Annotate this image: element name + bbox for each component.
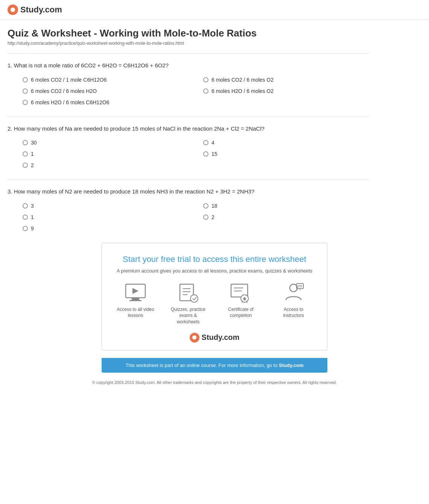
question-3-number: 3.: [8, 188, 14, 195]
promo-features: Access to all video lessons Quizzes, pra…: [110, 283, 319, 325]
svg-point-8: [190, 295, 198, 302]
feature-certificate-label: Certificate of completion: [220, 306, 262, 319]
q1-radio-3[interactable]: [23, 88, 28, 94]
question-1-number: 1.: [8, 62, 14, 69]
question-1: 1. What is not a mole ratio of 6CO2 + 6H…: [8, 61, 369, 105]
q2-option-4-label: 15: [211, 151, 218, 157]
q3-radio-5[interactable]: [23, 226, 28, 231]
page-title: Quiz & Worksheet - Working with Mole-to-…: [8, 27, 369, 39]
q1-option-5[interactable]: 6 moles H2O / 6 moles C6H12O6: [23, 99, 369, 105]
footer-bar: This worksheet is part of an online cour…: [102, 358, 327, 373]
q2-radio-5[interactable]: [23, 163, 28, 168]
feature-instructor: Access to instructors: [273, 283, 314, 325]
question-2: 2. How many moles of Na are needed to pr…: [8, 125, 369, 169]
q1-option-1[interactable]: 6 moles CO2 / 1 mole C6H12O6: [23, 77, 188, 83]
q2-option-5-row: 2: [8, 162, 369, 168]
q1-option-3-label: 6 moles CO2 / 6 moles H2O: [31, 88, 97, 94]
question-3-text: 3. How many moles of N2 are needed to pr…: [8, 187, 369, 196]
q3-option-4[interactable]: 2: [203, 214, 369, 220]
q3-option-5-row: 9: [8, 225, 369, 231]
quiz-icon: [177, 283, 199, 303]
q1-option-4-label: 6 moles H2O / 6 moles O2: [211, 88, 274, 94]
logo-text: Study.com: [20, 5, 62, 15]
question-3: 3. How many moles of N2 are needed to pr…: [8, 187, 369, 231]
q2-radio-3[interactable]: [23, 151, 28, 157]
q1-option-1-label: 6 moles CO2 / 1 mole C6H12O6: [31, 77, 107, 83]
q3-option-3-label: 1: [31, 214, 34, 220]
question-1-options: 6 moles CO2 / 1 mole C6H12O6 6 moles CO2…: [8, 77, 369, 94]
feature-quiz: Quizzes, practice exams & worksheets: [167, 283, 209, 325]
feature-video: Access to all video lessons: [115, 283, 156, 325]
q3-option-2-label: 18: [211, 203, 218, 209]
question-2-number: 2.: [8, 125, 14, 132]
q2-option-2-label: 4: [211, 140, 214, 146]
q2-option-5[interactable]: 2: [23, 162, 369, 168]
certificate-icon: [230, 283, 252, 303]
q2-option-3[interactable]: 1: [23, 151, 188, 157]
section-divider-1: [8, 53, 369, 54]
feature-instructor-label: Access to instructors: [273, 306, 314, 319]
q3-option-5[interactable]: 9: [23, 225, 369, 231]
q2-option-1-label: 30: [31, 140, 37, 146]
q1-option-5-label: 6 moles H2O / 6 moles C6H12O6: [31, 99, 110, 105]
q1-option-3[interactable]: 6 moles CO2 / 6 moles H2O: [23, 88, 188, 94]
q3-option-4-label: 2: [211, 214, 214, 220]
question-2-options: 30 4 1 15: [8, 140, 369, 157]
q1-option-2-label: 6 moles CO2 / 6 moles O2: [211, 77, 274, 83]
q2-option-5-label: 2: [31, 162, 34, 168]
q1-option-2[interactable]: 6 moles CO2 / 6 moles O2: [203, 77, 369, 83]
feature-quiz-label: Quizzes, practice exams & worksheets: [167, 306, 209, 325]
promo-box: Start your free trial to access this ent…: [102, 243, 327, 350]
svg-rect-1: [132, 298, 139, 300]
logo-icon: [8, 5, 18, 15]
question-1-text: 1. What is not a mole ratio of 6CO2 + 6H…: [8, 61, 369, 70]
promo-logo-text: Study.com: [202, 333, 240, 342]
footer-text: This worksheet is part of an online cour…: [125, 362, 279, 368]
q2-option-1[interactable]: 30: [23, 140, 188, 146]
monitor-icon: [124, 283, 147, 303]
q1-radio-5[interactable]: [23, 100, 28, 105]
question-3-options: 3 18 1 2: [8, 203, 369, 220]
header: Study.com: [0, 0, 429, 20]
q3-option-3[interactable]: 1: [23, 214, 188, 220]
instructor-icon: [282, 283, 305, 303]
q3-radio-3[interactable]: [23, 215, 28, 220]
question-2-text: 2. How many moles of Na are needed to pr…: [8, 125, 369, 133]
promo-title: Start your free trial to access this ent…: [110, 254, 319, 264]
svg-marker-3: [132, 288, 138, 294]
feature-certificate: Certificate of completion: [220, 283, 262, 325]
feature-video-label: Access to all video lessons: [115, 306, 156, 319]
page-url: http://study.com/academy/practice/quiz-w…: [8, 41, 369, 46]
q3-radio-2[interactable]: [203, 203, 208, 209]
q3-option-2[interactable]: 18: [203, 203, 369, 209]
q1-radio-4[interactable]: [203, 88, 208, 94]
q2-radio-1[interactable]: [23, 140, 28, 145]
copyright: © copyright 2003-2015 Study.com. All oth…: [0, 380, 429, 392]
main-content: Quiz & Worksheet - Working with Mole-to-…: [0, 20, 376, 231]
footer-link: Study.com: [279, 362, 304, 368]
q1-radio-2[interactable]: [203, 77, 208, 82]
q3-radio-4[interactable]: [203, 215, 208, 220]
q3-option-1-label: 3: [31, 203, 34, 209]
q3-option-1[interactable]: 3: [23, 203, 188, 209]
section-divider-2: [8, 117, 369, 117]
q2-option-4[interactable]: 15: [203, 151, 369, 157]
q1-radio-1[interactable]: [23, 77, 28, 82]
q3-option-5-label: 9: [31, 225, 34, 231]
q2-radio-2[interactable]: [203, 140, 208, 145]
q1-option-4[interactable]: 6 moles H2O / 6 moles O2: [203, 88, 369, 94]
q2-radio-4[interactable]: [203, 151, 208, 157]
q2-option-2[interactable]: 4: [203, 140, 369, 146]
svg-rect-2: [129, 300, 141, 301]
q2-option-3-label: 1: [31, 151, 34, 157]
q1-option-5-row: 6 moles H2O / 6 moles C6H12O6: [8, 99, 369, 105]
promo-subtitle: A premium account gives you access to al…: [110, 268, 319, 274]
section-divider-3: [8, 180, 369, 180]
q3-radio-1[interactable]: [23, 203, 28, 209]
promo-logo: Study.com: [110, 333, 319, 343]
